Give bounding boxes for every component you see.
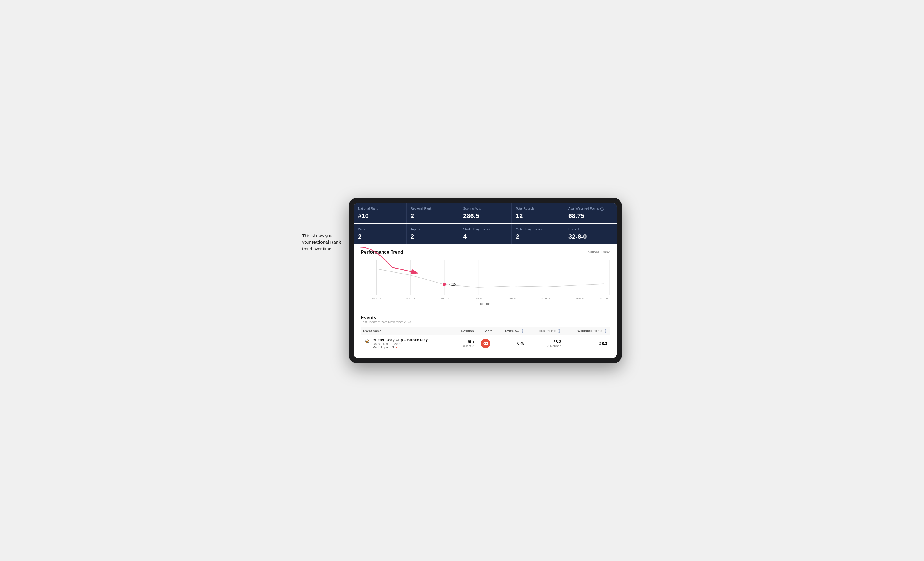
stat-match-play-events: Match Play Events 2: [512, 224, 564, 244]
event-weighted-points-cell: 28.3: [563, 335, 610, 352]
stat-wins: Wins 2: [354, 224, 406, 244]
info-icon-weighted-pts: i: [604, 329, 607, 333]
chart-marker-label: • #10: [448, 283, 456, 287]
event-total-points-sub: 3 Rounds: [529, 344, 561, 347]
info-icon-total-pts: i: [558, 329, 561, 333]
event-score-badge: -22: [481, 339, 490, 348]
content-area: Performance Trend National Rank: [354, 244, 616, 358]
stat-scoring-avg: Scoring Avg. 286.5: [459, 203, 512, 223]
svg-text:JAN 24: JAN 24: [474, 297, 482, 300]
stat-avg-weighted-points: Avg. Weighted Points i 68.75: [564, 203, 616, 223]
event-sg-cell: 0.45: [495, 335, 526, 352]
outer-wrapper: This shows youyour National Ranktrend ov…: [302, 198, 622, 364]
chart-container: • #10 OCT 23 NOV 23 DEC 23 JAN 24 FEB 24…: [361, 260, 610, 300]
svg-text:FEB 24: FEB 24: [508, 297, 516, 300]
col-position: Position: [453, 327, 476, 335]
event-name-cell: 🦋 Buster Cozy Cup – Stroke Play Oct 9 - …: [361, 335, 453, 352]
chart-marker-dot: [442, 283, 446, 286]
col-score: Score: [476, 327, 495, 335]
events-updated: Last updated: 24th November 2023: [361, 320, 610, 324]
performance-label: National Rank: [588, 250, 610, 254]
stat-regional-rank: Regional Rank 2: [406, 203, 459, 223]
stat-stroke-play-events: Stroke Play Events 4: [459, 224, 512, 244]
rank-arrow-down-icon: ▼: [395, 346, 398, 349]
event-position-sub: out of 7: [456, 344, 474, 347]
annotation: This shows youyour National Ranktrend ov…: [302, 233, 360, 252]
performance-title: Performance Trend: [361, 250, 403, 255]
events-table: Event Name Position Score Event SG i Tot…: [361, 327, 610, 352]
col-event-name: Event Name: [361, 327, 453, 335]
event-date: Oct 9 - Oct 10, 2023: [372, 342, 428, 346]
stat-record: Record 32-8-0: [564, 224, 616, 244]
col-event-sg: Event SG i: [495, 327, 526, 335]
chart-x-label: Months: [361, 302, 610, 305]
annotation-text: This shows youyour National Ranktrend ov…: [302, 233, 341, 251]
event-total-points-cell: 28.3 3 Rounds: [526, 335, 563, 352]
svg-text:NOV 23: NOV 23: [406, 297, 415, 300]
event-name: Buster Cozy Cup – Stroke Play: [372, 338, 428, 342]
tablet-frame: National Rank #10 Regional Rank 2 Scorin…: [349, 198, 622, 364]
svg-text:MAY 24: MAY 24: [600, 297, 608, 300]
event-position: 6th: [456, 340, 474, 344]
svg-text:OCT 23: OCT 23: [372, 297, 381, 300]
svg-text:MAR 24: MAR 24: [542, 297, 550, 300]
table-row: 🦋 Buster Cozy Cup – Stroke Play Oct 9 - …: [361, 335, 610, 352]
event-total-points: 28.3: [529, 340, 561, 344]
performance-chart: • #10 OCT 23 NOV 23 DEC 23 JAN 24 FEB 24…: [361, 260, 610, 300]
event-icon: 🦋: [363, 338, 370, 345]
rank-impact: Rank Impact: 3 ▼: [372, 346, 428, 349]
stat-national-rank: National Rank #10: [354, 203, 406, 223]
events-title: Events: [361, 315, 610, 320]
info-icon-sg: i: [521, 329, 524, 333]
col-total-points: Total Points i: [526, 327, 563, 335]
event-weighted-points: 28.3: [600, 341, 607, 346]
info-icon-avg-weighted: i: [600, 207, 604, 211]
event-score-cell: -22: [476, 335, 495, 352]
stat-total-rounds: Total Rounds 12: [512, 203, 564, 223]
stat-top3s: Top 3s 2: [406, 224, 459, 244]
performance-header: Performance Trend National Rank: [361, 250, 610, 255]
svg-text:DEC 23: DEC 23: [440, 297, 449, 300]
stats-row-2: Wins 2 Top 3s 2 Stroke Play Events 4 Mat…: [354, 224, 616, 244]
stats-row-1: National Rank #10 Regional Rank 2 Scorin…: [354, 203, 616, 223]
col-weighted-points: Weighted Points i: [563, 327, 610, 335]
event-position-cell: 6th out of 7: [453, 335, 476, 352]
svg-text:APR 24: APR 24: [576, 297, 584, 300]
events-section: Events Last updated: 24th November 2023 …: [361, 310, 610, 352]
tablet-screen: National Rank #10 Regional Rank 2 Scorin…: [354, 203, 616, 358]
